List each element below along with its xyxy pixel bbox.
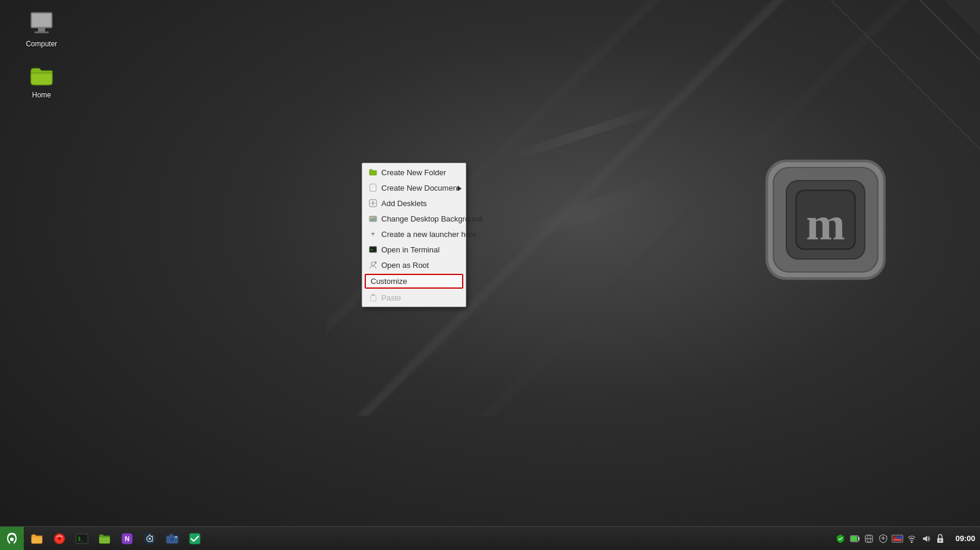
tray-shield-check[interactable] bbox=[834, 533, 846, 545]
context-menu: Create New Folder Create New Document ▶ bbox=[362, 163, 466, 307]
svg-text:m: m bbox=[806, 197, 845, 249]
svg-point-58 bbox=[911, 541, 912, 543]
start-button[interactable] bbox=[0, 527, 24, 551]
svg-point-51 bbox=[868, 538, 870, 539]
menu-item-paste[interactable]: Paste bbox=[362, 290, 466, 305]
svg-rect-7 bbox=[38, 28, 45, 31]
menu-item-create-launcher-label: Create a new launcher here... bbox=[381, 230, 483, 239]
taskbar-clock[interactable]: 09:00 bbox=[951, 534, 980, 543]
menu-item-open-as-root-label: Open as Root bbox=[381, 261, 429, 270]
paste-icon bbox=[368, 293, 378, 302]
menu-item-change-background-label: Change Desktop Background bbox=[381, 214, 482, 223]
menu-item-open-terminal-label: Open in Terminal bbox=[381, 245, 440, 254]
menu-item-customize[interactable]: Customize bbox=[365, 274, 463, 289]
tray-battery[interactable] bbox=[849, 533, 861, 545]
desktop[interactable]: m Computer bbox=[0, 0, 980, 550]
svg-rect-43 bbox=[175, 536, 177, 538]
tray-wifi[interactable] bbox=[906, 533, 918, 545]
desktop-icons: Computer Home bbox=[18, 6, 65, 102]
menu-item-open-terminal[interactable]: >_ Open in Terminal bbox=[362, 242, 466, 257]
tray-network[interactable] bbox=[863, 533, 875, 545]
taskbar-app-steam[interactable] bbox=[139, 528, 160, 549]
svg-rect-55 bbox=[893, 536, 897, 539]
terminal-icon: >_ bbox=[368, 245, 378, 254]
svg-text:N: N bbox=[125, 535, 129, 542]
computer-icon-label: Computer bbox=[26, 40, 58, 48]
svg-point-35 bbox=[148, 538, 151, 540]
svg-rect-16 bbox=[369, 216, 377, 222]
svg-rect-23 bbox=[371, 295, 376, 301]
mint-logo: m bbox=[760, 154, 891, 285]
menu-item-create-launcher[interactable]: + Create a new launcher here... bbox=[362, 226, 466, 242]
svg-text:R: R bbox=[374, 261, 375, 264]
taskbar-app-terminal[interactable]: $_ bbox=[71, 528, 93, 549]
tray-keyboard-flag[interactable] bbox=[892, 533, 903, 545]
menu-item-create-new-folder-label: Create New Folder bbox=[381, 168, 446, 177]
svg-rect-8 bbox=[34, 31, 49, 33]
system-tray bbox=[830, 533, 951, 545]
svg-rect-24 bbox=[372, 294, 375, 296]
taskbar-app-folder-green[interactable] bbox=[94, 528, 115, 549]
svg-point-60 bbox=[939, 539, 941, 541]
taskbar-apps: $_ N bbox=[24, 528, 830, 549]
taskbar-app-browser[interactable] bbox=[49, 528, 70, 549]
root-icon: R bbox=[368, 260, 378, 270]
taskbar-app-files[interactable] bbox=[26, 528, 48, 549]
taskbar: $_ N bbox=[0, 526, 980, 550]
menu-item-create-new-folder[interactable]: Create New Folder bbox=[362, 165, 466, 180]
menu-item-add-desklets-label: Add Desklets bbox=[381, 199, 427, 208]
svg-rect-46 bbox=[858, 537, 859, 540]
taskbar-app-purple[interactable]: N bbox=[116, 528, 138, 549]
menu-item-open-as-root[interactable]: R Open as Root bbox=[362, 257, 466, 273]
svg-rect-57 bbox=[893, 539, 902, 541]
svg-rect-56 bbox=[897, 536, 902, 539]
svg-rect-47 bbox=[851, 536, 857, 541]
svg-point-28 bbox=[58, 537, 61, 540]
svg-rect-6 bbox=[32, 14, 51, 27]
document-new-icon bbox=[368, 183, 378, 192]
taskbar-app-check[interactable] bbox=[184, 528, 206, 549]
svg-text:$_: $_ bbox=[78, 536, 84, 542]
launcher-icon: + bbox=[368, 229, 378, 239]
tray-volume[interactable] bbox=[920, 533, 932, 545]
home-icon[interactable]: Home bbox=[18, 57, 65, 102]
taskbar-app-camera[interactable] bbox=[162, 528, 183, 549]
tray-shield[interactable] bbox=[877, 533, 889, 545]
menu-item-add-desklets[interactable]: Add Desklets bbox=[362, 195, 466, 211]
background-icon bbox=[368, 214, 378, 223]
menu-item-customize-label: Customize bbox=[371, 277, 407, 286]
menu-item-change-background[interactable]: Change Desktop Background bbox=[362, 211, 466, 226]
desklet-icon bbox=[368, 198, 378, 208]
svg-rect-42 bbox=[170, 534, 173, 536]
menu-item-create-new-document[interactable]: Create New Document ▶ bbox=[362, 180, 466, 195]
svg-text:>_: >_ bbox=[371, 248, 376, 252]
computer-icon[interactable]: Computer bbox=[18, 6, 65, 51]
svg-point-41 bbox=[171, 538, 173, 540]
home-icon-label: Home bbox=[32, 91, 51, 99]
menu-item-paste-label: Paste bbox=[381, 293, 401, 302]
folder-new-icon bbox=[368, 167, 378, 177]
tray-lock[interactable] bbox=[934, 533, 946, 545]
submenu-arrow-icon: ▶ bbox=[457, 185, 462, 191]
svg-point-25 bbox=[10, 538, 14, 541]
menu-item-create-new-document-label: Create New Document bbox=[381, 184, 460, 192]
